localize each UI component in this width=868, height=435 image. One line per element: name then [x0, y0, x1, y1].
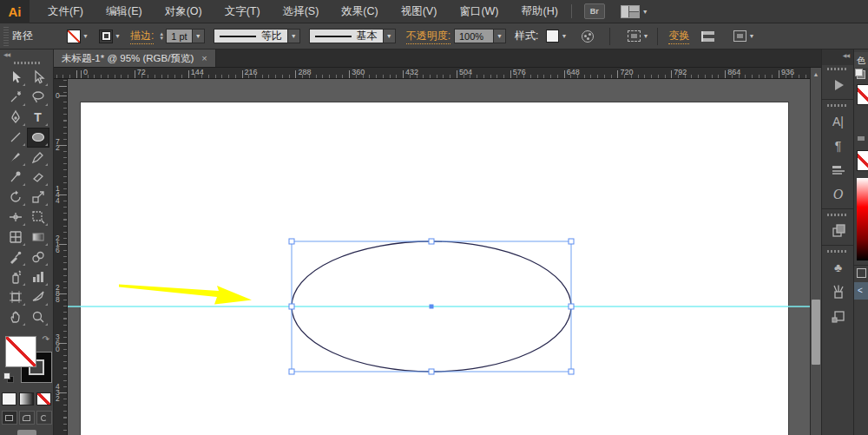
- tool-symbol-sprayer[interactable]: [4, 267, 27, 287]
- tool-rotate[interactable]: [4, 188, 27, 208]
- dock-grip[interactable]: [827, 104, 848, 107]
- dock-collapse-button[interactable]: ◀◀: [822, 49, 853, 65]
- workspace-switcher-button[interactable]: ▼: [621, 5, 648, 18]
- default-fill-stroke-icon[interactable]: [3, 372, 14, 383]
- menu-item[interactable]: 窗口(W): [448, 4, 510, 19]
- document-tab[interactable]: 未标题-1* @ 95% (RGB/预览) ×: [54, 49, 216, 67]
- menu-item[interactable]: 视图(V): [390, 4, 449, 19]
- color-spectrum-ramp[interactable]: [857, 178, 868, 260]
- menu-item[interactable]: 选择(S): [272, 4, 331, 19]
- tool-pen[interactable]: [4, 108, 27, 128]
- vertical-scrollbar[interactable]: ▲: [810, 68, 821, 435]
- opentype-panel-icon[interactable]: O: [822, 182, 853, 207]
- dock-grip[interactable]: [827, 214, 848, 216]
- isolate-selection-icon[interactable]: [733, 30, 746, 42]
- paragraph-styles-panel-icon[interactable]: [822, 158, 853, 182]
- tool-ellipse[interactable]: [27, 128, 49, 148]
- menu-item[interactable]: 帮助(H): [510, 4, 569, 19]
- tool-line-segment[interactable]: [4, 128, 27, 148]
- tool-blend[interactable]: [27, 247, 49, 267]
- none-swatch[interactable]: [857, 84, 868, 105]
- brush-definition-dropdown[interactable]: ▼: [384, 29, 396, 43]
- screen-mode-button[interactable]: [17, 430, 36, 435]
- actions-panel-icon[interactable]: [822, 73, 853, 97]
- selected-row[interactable]: <: [854, 282, 868, 300]
- tool-width[interactable]: [4, 208, 27, 227]
- transform-panel-link[interactable]: 变换: [668, 29, 689, 44]
- draw-normal-button[interactable]: [2, 411, 17, 425]
- opacity-input[interactable]: 100%: [454, 29, 494, 43]
- fill-indicator-none[interactable]: [5, 336, 36, 367]
- tool-paintbrush[interactable]: [4, 148, 27, 168]
- tool-pencil[interactable]: [27, 148, 49, 168]
- tool-free-transform[interactable]: [27, 208, 49, 227]
- swap-fill-stroke-icon[interactable]: ↷: [43, 334, 49, 344]
- width-profile-dropdown[interactable]: ▼: [288, 29, 300, 43]
- fill-stroke-mini-icon[interactable]: [857, 70, 865, 79]
- stroke-swatch: [99, 30, 113, 43]
- vertical-ruler[interactable]: 072144216288360432: [54, 79, 68, 435]
- tool-type[interactable]: T: [27, 108, 49, 128]
- stroke-weight-dropdown[interactable]: ▼: [193, 29, 205, 43]
- menu-item[interactable]: 对象(O): [154, 4, 214, 19]
- brushes-panel-icon[interactable]: [822, 280, 853, 304]
- tool-lasso[interactable]: [27, 88, 49, 108]
- opacity-panel-link[interactable]: 不透明度:: [406, 29, 450, 44]
- tool-column-graph[interactable]: [27, 267, 49, 287]
- stroke-weight-stepper[interactable]: ▲▼: [159, 32, 164, 41]
- menu-item[interactable]: 文字(T): [214, 4, 272, 19]
- opacity-dropdown[interactable]: ▼: [494, 29, 506, 43]
- gradient-button[interactable]: [19, 392, 34, 405]
- stroke-color-button[interactable]: ▼: [99, 30, 122, 43]
- color-panel-tab[interactable]: 色: [854, 52, 868, 68]
- stroke-panel-link[interactable]: 描边:: [130, 29, 154, 44]
- tool-slice[interactable]: [27, 287, 49, 307]
- symbols-panel-icon[interactable]: ♣: [822, 255, 853, 280]
- tool-scale[interactable]: [27, 188, 49, 208]
- none-swatch[interactable]: [857, 150, 868, 171]
- appearance-panel-icon[interactable]: [822, 219, 853, 243]
- stroke-weight-input[interactable]: 1 pt: [166, 29, 192, 43]
- menu-item[interactable]: 效果(C): [330, 4, 389, 19]
- align-icon[interactable]: [701, 31, 714, 42]
- width-profile-select[interactable]: 等比: [214, 29, 288, 43]
- color-button[interactable]: [2, 392, 16, 405]
- dock-grip[interactable]: [827, 68, 848, 70]
- menu-item[interactable]: 文件(F): [36, 4, 95, 19]
- brush-definition-select[interactable]: 基本: [309, 29, 384, 43]
- tools-grip[interactable]: [14, 62, 40, 64]
- scroll-up-icon[interactable]: ▲: [811, 68, 821, 80]
- tools-collapse-button[interactable]: ◀◀: [0, 49, 53, 60]
- tool-eyedropper[interactable]: [4, 247, 27, 267]
- menu-item[interactable]: 编辑(E): [95, 4, 154, 19]
- recolor-artwork-icon[interactable]: [582, 30, 594, 43]
- tool-direct-selection[interactable]: [27, 68, 49, 88]
- scrollbar-thumb[interactable]: [812, 300, 820, 365]
- ruler-label: 144: [191, 68, 204, 76]
- fill-color-button[interactable]: ▼: [67, 30, 90, 43]
- draw-behind-button[interactable]: [19, 411, 35, 425]
- dock-grip[interactable]: [827, 250, 848, 253]
- bridge-button[interactable]: Br: [584, 3, 605, 19]
- tool-artboard[interactable]: [4, 287, 27, 307]
- character-panel-icon[interactable]: A|: [822, 109, 853, 134]
- horizontal-ruler[interactable]: 072144216288360432504576648720792864936: [54, 68, 810, 79]
- panel-grip[interactable]: [3, 27, 9, 46]
- paragraph-panel-icon[interactable]: ¶: [822, 134, 853, 158]
- none-button[interactable]: [36, 392, 51, 405]
- tool-eraser[interactable]: [27, 168, 49, 188]
- close-icon[interactable]: ×: [201, 53, 207, 63]
- graphic-styles-panel-icon[interactable]: [822, 304, 853, 328]
- tool-hand[interactable]: [4, 307, 27, 327]
- canvas[interactable]: [68, 79, 810, 435]
- tool-blob-brush[interactable]: [4, 168, 27, 188]
- ruler-label: 0: [56, 93, 62, 99]
- tool-mesh[interactable]: [4, 227, 27, 247]
- tool-magic-wand[interactable]: [4, 88, 27, 108]
- select-similar-icon[interactable]: [628, 30, 641, 42]
- tool-selection[interactable]: [4, 68, 27, 88]
- style-swatch-button[interactable]: ▼: [546, 30, 569, 43]
- tool-zoom[interactable]: [27, 307, 49, 327]
- draw-inside-button[interactable]: [36, 411, 52, 425]
- tool-gradient[interactable]: [27, 227, 49, 247]
